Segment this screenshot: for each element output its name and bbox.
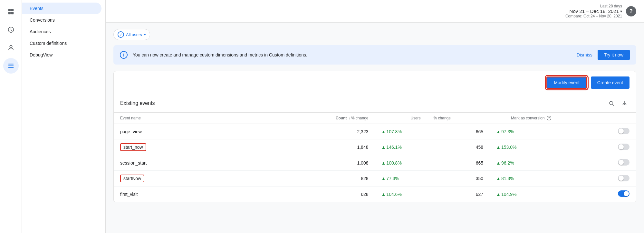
event-name-cell[interactable]: start_now <box>114 139 296 155</box>
main-content: Last 28 days Nov 21 – Dec 18, 2021 ▾ Com… <box>106 0 644 233</box>
existing-events-header: Existing events <box>114 94 636 112</box>
event-name-cell[interactable]: page_view <box>114 124 296 139</box>
users-cell: 665 <box>427 155 490 171</box>
icon-rail <box>0 0 22 233</box>
col-header-event-name: Event name <box>114 113 296 124</box>
count-cell: 2,323 <box>296 124 375 139</box>
svg-rect-3 <box>11 12 13 14</box>
event-name-cell[interactable]: session_start <box>114 155 296 171</box>
svg-rect-7 <box>8 66 14 66</box>
users-cell: 627 <box>427 187 490 202</box>
count-cell: 1,008 <box>296 155 375 171</box>
info-banner: i You can now create and manage custom d… <box>113 45 636 65</box>
sidebar-item-conversions[interactable]: Conversions <box>22 14 101 26</box>
users-change-cell: ▲ 104.9% <box>490 187 558 202</box>
mark-as-conversion-toggle[interactable] <box>618 190 630 197</box>
dismiss-button[interactable]: Dismiss <box>577 52 592 57</box>
sidebar-item-debugview[interactable]: DebugView <box>22 49 101 61</box>
chevron-down-icon: ▾ <box>620 9 622 14</box>
col-header-mark-as-conversion: Mark as conversion ? <box>490 113 558 124</box>
sidebar-item-custom-definitions[interactable]: Custom definitions <box>22 37 101 49</box>
svg-point-5 <box>10 46 12 48</box>
users-change-cell: ▲ 153.0% <box>490 139 558 155</box>
count-change-cell: ▲ 104.6% <box>375 187 427 202</box>
sidebar-item-events[interactable]: Events <box>22 3 101 14</box>
event-name-cell[interactable]: startNow <box>114 171 296 187</box>
svg-rect-6 <box>8 64 14 65</box>
count-cell: 828 <box>296 171 375 187</box>
check-icon: ✓ <box>118 31 124 38</box>
content-area: ✓ All users ▾ i You can now create and m… <box>106 23 644 233</box>
events-table: Event name Count ↓ % change Users % chan… <box>114 112 636 202</box>
help-icon: ? <box>547 116 551 120</box>
users-change-cell: ▲ 97.3% <box>490 124 558 139</box>
mark-as-conversion-toggle[interactable] <box>618 128 630 134</box>
toggle-cell <box>558 187 636 202</box>
filter-chip[interactable]: ✓ All users ▾ <box>113 29 150 40</box>
mark-as-conversion-toggle[interactable] <box>618 159 630 166</box>
col-header-count[interactable]: Count ↓ % change <box>296 113 375 124</box>
users-change-cell: ▲ 81.3% <box>490 171 558 187</box>
event-name-cell[interactable]: first_visit <box>114 187 296 202</box>
count-change-cell: ▲ 100.8% <box>375 155 427 171</box>
table-row: first_visit628▲ 104.6%627▲ 104.9% <box>114 187 636 202</box>
sidebar-item-audiences[interactable]: Audiences <box>22 26 101 37</box>
users-cell: 665 <box>427 124 490 139</box>
mark-as-conversion-toggle[interactable] <box>618 175 630 181</box>
try-it-now-button[interactable]: Try it now <box>598 50 630 60</box>
header: Last 28 days Nov 21 – Dec 18, 2021 ▾ Com… <box>106 0 644 23</box>
help-button[interactable]: ? <box>626 6 636 16</box>
modify-event-button[interactable]: Modify event <box>546 76 587 89</box>
count-change-cell: ▲ 107.8% <box>375 124 427 139</box>
col-header-users-change: % change <box>427 113 490 124</box>
date-range: Last 28 days Nov 21 – Dec 18, 2021 ▾ Com… <box>565 4 622 18</box>
dashboard-nav-icon[interactable] <box>3 4 19 19</box>
col-header-users: Users <box>375 113 427 124</box>
mark-as-conversion-toggle[interactable] <box>618 144 630 150</box>
svg-rect-2 <box>8 12 10 14</box>
count-cell: 1,848 <box>296 139 375 155</box>
audiences-nav-icon[interactable] <box>3 40 19 56</box>
users-cell: 458 <box>427 139 490 155</box>
table-row: page_view2,323▲ 107.8%665▲ 97.3% <box>114 124 636 139</box>
action-row: Modify event Create event <box>114 71 636 94</box>
table-row: startNow828▲ 77.3%350▲ 81.3% <box>114 171 636 187</box>
toggle-cell <box>558 124 636 139</box>
toggle-cell <box>558 139 636 155</box>
filter-bar: ✓ All users ▾ <box>113 29 636 40</box>
toggle-cell <box>558 155 636 171</box>
realtime-nav-icon[interactable] <box>3 22 19 37</box>
search-icon-button[interactable] <box>606 98 617 108</box>
toggle-cell <box>558 171 636 187</box>
events-nav-icon[interactable] <box>3 58 19 74</box>
banner-text: You can now create and manage custom dim… <box>133 52 572 57</box>
table-row: session_start1,008▲ 100.8%665▲ 96.2% <box>114 155 636 171</box>
download-icon-button[interactable] <box>619 98 630 108</box>
table-toolbar <box>606 98 630 108</box>
compare-date: Compare: Oct 24 – Nov 20, 2021 <box>565 14 622 18</box>
date-range-label: Last 28 days <box>565 4 622 8</box>
svg-rect-0 <box>8 9 10 11</box>
create-event-button[interactable]: Create event <box>591 76 630 89</box>
svg-rect-8 <box>8 67 14 68</box>
date-range-picker[interactable]: Nov 21 – Dec 18, 2021 ▾ <box>565 8 622 14</box>
count-cell: 628 <box>296 187 375 202</box>
count-change-cell: ▲ 77.3% <box>375 171 427 187</box>
events-card: Modify event Create event Existing event… <box>113 71 636 202</box>
count-change-cell: ▲ 146.1% <box>375 139 427 155</box>
svg-rect-1 <box>11 9 13 11</box>
users-change-cell: ▲ 96.2% <box>490 155 558 171</box>
info-icon: i <box>120 51 128 59</box>
sort-icon: ↓ <box>349 117 350 120</box>
svg-point-9 <box>610 101 613 105</box>
sidebar: Events Conversions Audiences Custom defi… <box>22 0 106 233</box>
users-cell: 350 <box>427 171 490 187</box>
chevron-down-icon: ▾ <box>144 33 146 37</box>
svg-line-10 <box>612 104 614 106</box>
table-row: start_now1,848▲ 146.1%458▲ 153.0% <box>114 139 636 155</box>
